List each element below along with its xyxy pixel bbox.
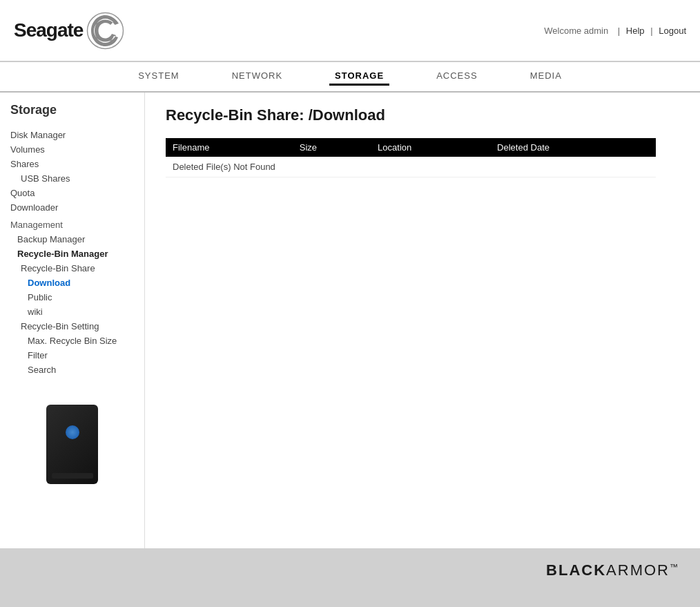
- sidebar-item-usb-shares[interactable]: USB Shares: [7, 171, 137, 186]
- help-link[interactable]: Help: [626, 26, 645, 36]
- device-image-area: [7, 405, 137, 484]
- sidebar-item-max-recycle-bin-size[interactable]: Max. Recycle Bin Size: [7, 334, 137, 348]
- device-light: [66, 425, 79, 439]
- sidebar-item-shares[interactable]: Shares: [7, 157, 137, 171]
- nav-network[interactable]: NETWORK: [226, 68, 288, 86]
- welcome-text: Welcome admin: [544, 26, 608, 36]
- sidebar-item-downloader[interactable]: Downloader: [7, 200, 137, 215]
- brand-tm: ™: [670, 562, 679, 572]
- nav-media[interactable]: MEDIA: [525, 68, 567, 86]
- nav-access[interactable]: ACCESS: [431, 68, 483, 86]
- logo-area: Seagate: [14, 12, 124, 50]
- sidebar-item-wiki[interactable]: wiki: [7, 305, 137, 319]
- blackarmor-brand: BLACKARMOR™: [546, 561, 679, 579]
- nav-system[interactable]: SYSTEM: [133, 68, 184, 86]
- sidebar-item-public[interactable]: Public: [7, 290, 137, 305]
- page-title: Recycle-Bin Share: /Download: [166, 106, 679, 124]
- device-strip: [52, 473, 93, 479]
- empty-message: Deleted File(s) Not Found: [166, 157, 656, 177]
- sidebar-item-search[interactable]: Search: [7, 363, 137, 377]
- header: Seagate Welcome admin | Help | Logout: [0, 0, 700, 62]
- footer: BLACKARMOR™: [0, 548, 700, 590]
- sidebar-section-management: Management: [7, 218, 137, 232]
- sidebar-item-backup-manager[interactable]: Backup Manager: [7, 232, 137, 247]
- sidebar-item-recycle-bin-share[interactable]: Recycle-Bin Share: [7, 261, 137, 276]
- sidebar-item-volumes[interactable]: Volumes: [7, 142, 137, 157]
- brand-name: Seagate: [14, 19, 83, 41]
- logout-link[interactable]: Logout: [659, 26, 686, 36]
- table-row-empty: Deleted File(s) Not Found: [166, 157, 656, 177]
- col-size: Size: [293, 138, 371, 157]
- device-image: [46, 405, 98, 484]
- col-deleted-date: Deleted Date: [490, 138, 656, 157]
- files-table: Filename Size Location Deleted Date Dele…: [166, 138, 656, 177]
- sidebar: Storage Disk Manager Volumes Shares USB …: [0, 93, 145, 548]
- sidebar-item-recycle-bin-manager[interactable]: Recycle-Bin Manager: [7, 247, 137, 261]
- sidebar-item-recycle-bin-setting[interactable]: Recycle-Bin Setting: [7, 319, 137, 334]
- nav-bar: SYSTEM NETWORK STORAGE ACCESS MEDIA: [0, 62, 700, 93]
- nav-storage[interactable]: STORAGE: [329, 68, 389, 86]
- col-filename: Filename: [166, 138, 293, 157]
- sidebar-item-quota[interactable]: Quota: [7, 186, 137, 200]
- main-container: Storage Disk Manager Volumes Shares USB …: [0, 93, 700, 548]
- separator2: |: [650, 26, 655, 36]
- brand-black: BLACK: [546, 561, 606, 579]
- seagate-logo-icon: [86, 12, 124, 50]
- content-area: Recycle-Bin Share: /Download Filename Si…: [145, 93, 700, 548]
- sidebar-title: Storage: [7, 103, 137, 117]
- sidebar-item-download[interactable]: Download: [7, 276, 137, 290]
- separator1: |: [618, 26, 623, 36]
- sidebar-item-disk-manager[interactable]: Disk Manager: [7, 128, 137, 142]
- header-right: Welcome admin | Help | Logout: [541, 26, 686, 36]
- sidebar-item-filter[interactable]: Filter: [7, 348, 137, 363]
- brand-armor: ARMOR: [606, 561, 670, 579]
- col-location: Location: [371, 138, 490, 157]
